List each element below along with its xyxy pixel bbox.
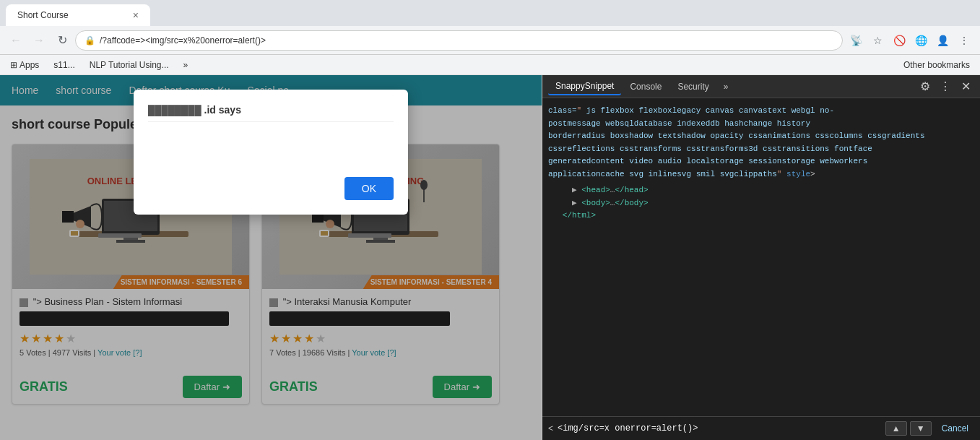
- browser-toolbar: ← → ↻ 🔒 /?affcode=><img/src=x%20onerror=…: [0, 26, 980, 55]
- devtools-tab-console[interactable]: Console: [623, 79, 669, 95]
- devtools-more-button[interactable]: ⋮: [937, 78, 954, 95]
- back-button[interactable]: ←: [6, 30, 26, 51]
- tab-bar: Short Course ×: [0, 0, 980, 26]
- alert-ok-button[interactable]: OK: [344, 177, 394, 200]
- code-line-4: cssreflections csstransforms csstransfor…: [548, 143, 974, 155]
- tree-section: ▶ <head>…</head> ▶ <body>…</body> </html…: [548, 184, 974, 222]
- bookmark-more[interactable]: »: [179, 59, 193, 72]
- browser-window: Short Course × ← → ↻ 🔒 /?affcode=><img/s…: [0, 0, 980, 440]
- no-button[interactable]: 🚫: [889, 30, 909, 51]
- alert-dialog: ████████ .id says OK: [134, 90, 408, 215]
- profile-button[interactable]: 👤: [932, 30, 953, 51]
- bookmarks-bar: ⊞ Apps s11... NLP Tutorial Using... » Ot…: [0, 55, 980, 75]
- bookmark-apps[interactable]: ⊞ Apps: [6, 59, 43, 72]
- bookmark-nlp[interactable]: NLP Tutorial Using...: [85, 59, 173, 72]
- devtools-console-input: < ▲ ▼ Cancel: [542, 416, 980, 440]
- reload-button[interactable]: ↻: [52, 30, 72, 51]
- address-bar[interactable]: 🔒 /?affcode=><img/src=x%20onerror=alert(…: [75, 30, 843, 51]
- console-cancel-button[interactable]: Cancel: [936, 422, 974, 435]
- devtools-toolbar: SnappySnippet Console Security » ⚙ ⋮ ✕: [542, 75, 980, 98]
- alert-body: [148, 134, 394, 163]
- devtools-close-button[interactable]: ✕: [957, 78, 974, 95]
- url-text: /?affcode=><img/src=x%20onerror=alert()>: [100, 35, 833, 46]
- browser-tab[interactable]: Short Course ×: [6, 4, 150, 26]
- console-up-button[interactable]: ▲: [885, 421, 907, 436]
- menu-button[interactable]: ⋮: [954, 30, 974, 51]
- cast-button[interactable]: 📡: [846, 30, 866, 51]
- console-down-button[interactable]: ▼: [910, 421, 932, 436]
- alert-overlay: ████████ .id says OK: [0, 75, 542, 440]
- console-input-field[interactable]: [558, 423, 881, 433]
- tab-title: Short Course: [17, 10, 69, 20]
- devtools-panel: SnappySnippet Console Security » ⚙ ⋮ ✕ c…: [542, 75, 980, 440]
- bookmark-nlp-label: NLP Tutorial Using...: [90, 60, 169, 70]
- webpage: Home short course Daftar short course Ku…: [0, 75, 542, 440]
- tree-head[interactable]: ▶ <head>…</head>: [548, 184, 974, 197]
- console-prompt: <: [548, 423, 553, 433]
- extensions-button[interactable]: 🌐: [911, 30, 931, 51]
- devtools-toolbar-actions: ⚙ ⋮ ✕: [916, 78, 974, 95]
- bookmark-button[interactable]: ☆: [867, 30, 888, 51]
- tree-html-close: </html>: [548, 210, 974, 222]
- code-line-1: class=" js flexbox flexboxlegacy canvas …: [548, 105, 974, 117]
- bookmark-other-label: Other bookmarks: [903, 60, 970, 70]
- code-line-6: applicationcache svg inlinesvg smil svgc…: [548, 168, 974, 181]
- alert-says: .id says: [204, 104, 241, 116]
- devtools-tab-more[interactable]: »: [718, 79, 734, 95]
- apps-icon: ⊞: [10, 60, 17, 70]
- devtools-tab-snappy[interactable]: SnappySnippet: [548, 78, 621, 95]
- bookmark-other[interactable]: Other bookmarks: [899, 59, 974, 72]
- lock-icon: 🔒: [84, 35, 95, 46]
- tab-close-button[interactable]: ×: [133, 9, 139, 21]
- devtools-tab-security[interactable]: Security: [670, 79, 716, 95]
- bookmark-s11[interactable]: s11...: [49, 59, 79, 72]
- code-line-3: borderradius boxshadow textshadow opacit…: [548, 130, 974, 142]
- console-arrows: ▲ ▼: [885, 421, 932, 436]
- code-line-2: postmessage websqldatabase indexeddb has…: [548, 118, 974, 130]
- toolbar-actions: 📡 ☆ 🚫 🌐 👤 ⋮: [846, 30, 974, 51]
- devtools-content: class=" js flexbox flexboxlegacy canvas …: [542, 98, 980, 416]
- forward-button[interactable]: →: [29, 30, 49, 51]
- code-line-5: generatedcontent video audio localstorag…: [548, 155, 974, 168]
- apps-label: Apps: [19, 60, 39, 70]
- alert-header: ████████ .id says: [148, 104, 394, 122]
- bookmark-s11-label: s11...: [53, 60, 74, 70]
- tree-body[interactable]: ▶ <body>…</body>: [548, 197, 974, 210]
- alert-site-name: ████████: [148, 105, 201, 116]
- devtools-settings-button[interactable]: ⚙: [916, 78, 934, 95]
- alert-footer: OK: [148, 177, 394, 200]
- main-area: Home short course Daftar short course Ku…: [0, 75, 980, 440]
- bookmark-more-label: »: [183, 60, 188, 70]
